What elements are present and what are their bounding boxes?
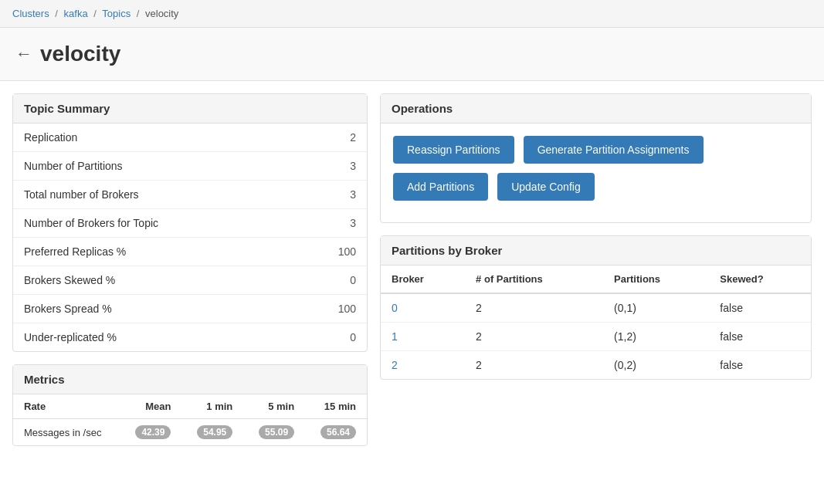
broker-num-partitions-cell: 2	[465, 293, 603, 323]
partitions-by-broker-card: Partitions by Broker Broker # of Partiti…	[380, 235, 812, 380]
page-header: ← velocity	[0, 28, 824, 81]
breadcrumb-clusters[interactable]: Clusters	[12, 8, 49, 19]
broker-id-link[interactable]: 1	[392, 330, 398, 343]
breadcrumb-kafka[interactable]: kafka	[64, 8, 88, 19]
broker-num-partitions-cell: 2	[465, 323, 603, 351]
broker-id-link[interactable]: 0	[392, 302, 398, 314]
reassign-partitions-button[interactable]: Reassign Partitions	[393, 136, 514, 164]
broker-partitions-cell: (0,1)	[603, 293, 709, 323]
page-title-container: ← velocity	[15, 42, 809, 66]
topic-summary-label: Total number of Brokers	[13, 181, 295, 209]
topic-summary-value: 3	[295, 152, 367, 181]
metrics-col-15min: 15 min	[305, 394, 367, 419]
metrics-header-row: Rate Mean 1 min 5 min 15 min	[13, 394, 367, 419]
broker-skewed-cell: false	[709, 351, 811, 380]
topic-summary-row: Preferred Replicas % 100	[13, 238, 367, 266]
broker-col-num-partitions: # of Partitions	[465, 266, 603, 293]
broker-table: Broker # of Partitions Partitions Skewed…	[381, 266, 811, 379]
metrics-mean-badge: 42.39	[135, 425, 171, 439]
broker-id-cell: 2	[381, 351, 465, 380]
left-panel: Topic Summary Replication 2 Number of Pa…	[12, 93, 368, 458]
operations-header: Operations	[381, 94, 811, 123]
metrics-5min-badge: 55.09	[259, 425, 294, 439]
ops-row-1: Reassign Partitions Generate Partition A…	[393, 136, 799, 164]
broker-table-row: 2 2 (0,2) false	[381, 351, 811, 380]
metrics-col-1min: 1 min	[181, 394, 243, 419]
ops-row-2: Add Partitions Update Config	[393, 173, 799, 201]
broker-num-partitions-cell: 2	[465, 351, 603, 380]
breadcrumb: Clusters / kafka / Topics / velocity	[0, 0, 824, 28]
broker-table-row: 0 2 (0,1) false	[381, 293, 811, 323]
breadcrumb-sep-2: /	[93, 8, 97, 19]
back-arrow-icon[interactable]: ←	[15, 44, 32, 64]
metrics-row: Messages in /sec 42.39 54.95 55.09 56.64	[13, 419, 367, 446]
add-partitions-button[interactable]: Add Partitions	[393, 173, 488, 201]
broker-table-row: 1 2 (1,2) false	[381, 323, 811, 351]
topic-summary-value: 100	[295, 295, 367, 323]
update-config-button[interactable]: Update Config	[497, 173, 595, 201]
topic-summary-row: Number of Partitions 3	[13, 152, 367, 181]
topic-summary-card: Topic Summary Replication 2 Number of Pa…	[12, 93, 368, 352]
broker-col-partitions: Partitions	[603, 266, 709, 293]
topic-summary-label: Brokers Skewed %	[13, 266, 295, 295]
topic-summary-row: Brokers Skewed % 0	[13, 266, 367, 295]
broker-id-cell: 1	[381, 323, 465, 351]
topic-summary-value: 100	[295, 238, 367, 266]
broker-partitions-cell: (0,2)	[603, 351, 709, 380]
topic-summary-value: 2	[295, 123, 367, 152]
metrics-15min-badge: 56.64	[320, 425, 356, 439]
topic-summary-label: Preferred Replicas %	[13, 238, 295, 266]
topic-summary-label: Under-replicated %	[13, 323, 295, 352]
broker-table-header-row: Broker # of Partitions Partitions Skewed…	[381, 266, 811, 293]
topic-summary-label: Number of Brokers for Topic	[13, 209, 295, 238]
metrics-col-rate: Rate	[13, 394, 120, 419]
topic-summary-value: 3	[295, 181, 367, 209]
topic-summary-row: Replication 2	[13, 123, 367, 152]
topic-summary-value: 0	[295, 266, 367, 295]
topic-summary-row: Total number of Brokers 3	[13, 181, 367, 209]
breadcrumb-topics[interactable]: Topics	[102, 8, 131, 19]
metrics-col-5min: 5 min	[243, 394, 305, 419]
main-content: Topic Summary Replication 2 Number of Pa…	[0, 81, 824, 471]
breadcrumb-sep-1: /	[55, 8, 58, 19]
metrics-5min-value: 55.09	[243, 419, 305, 446]
broker-skewed-cell: false	[709, 293, 811, 323]
metrics-15min-value: 56.64	[305, 419, 367, 446]
broker-id-link[interactable]: 2	[392, 359, 398, 371]
metrics-mean-value: 42.39	[120, 419, 182, 446]
topic-summary-row: Number of Brokers for Topic 3	[13, 209, 367, 238]
topic-summary-row: Under-replicated % 0	[13, 323, 367, 352]
broker-col-skewed: Skewed?	[709, 266, 811, 293]
broker-col-broker: Broker	[381, 266, 465, 293]
metrics-col-mean: Mean	[120, 394, 182, 419]
topic-summary-header: Topic Summary	[13, 94, 367, 123]
operations-card: Operations Reassign Partitions Generate …	[380, 93, 812, 223]
metrics-1min-badge: 54.95	[197, 425, 232, 439]
topic-summary-label: Brokers Spread %	[13, 295, 295, 323]
page-title-text: velocity	[40, 42, 120, 66]
breadcrumb-sep-3: /	[137, 8, 140, 19]
broker-partitions-cell: (1,2)	[603, 323, 709, 351]
metrics-table: Rate Mean 1 min 5 min 15 min Messages in…	[13, 394, 367, 445]
generate-partition-assignments-button[interactable]: Generate Partition Assignments	[524, 136, 704, 164]
topic-summary-table: Replication 2 Number of Partitions 3 Tot…	[13, 123, 367, 351]
topic-summary-label: Replication	[13, 123, 295, 152]
topic-summary-row: Brokers Spread % 100	[13, 295, 367, 323]
operations-body: Reassign Partitions Generate Partition A…	[381, 123, 811, 222]
broker-id-cell: 0	[381, 293, 465, 323]
topic-summary-value: 3	[295, 209, 367, 238]
topic-summary-label: Number of Partitions	[13, 152, 295, 181]
partitions-by-broker-header: Partitions by Broker	[381, 236, 811, 266]
metrics-header: Metrics	[13, 365, 367, 394]
topic-summary-value: 0	[295, 323, 367, 352]
broker-skewed-cell: false	[709, 323, 811, 351]
breadcrumb-current: velocity	[145, 8, 178, 19]
metrics-1min-value: 54.95	[181, 419, 243, 446]
metrics-rate-label: Messages in /sec	[13, 419, 120, 446]
metrics-card: Metrics Rate Mean 1 min 5 min 15 min Mes…	[12, 364, 368, 446]
right-panel: Operations Reassign Partitions Generate …	[380, 93, 812, 392]
